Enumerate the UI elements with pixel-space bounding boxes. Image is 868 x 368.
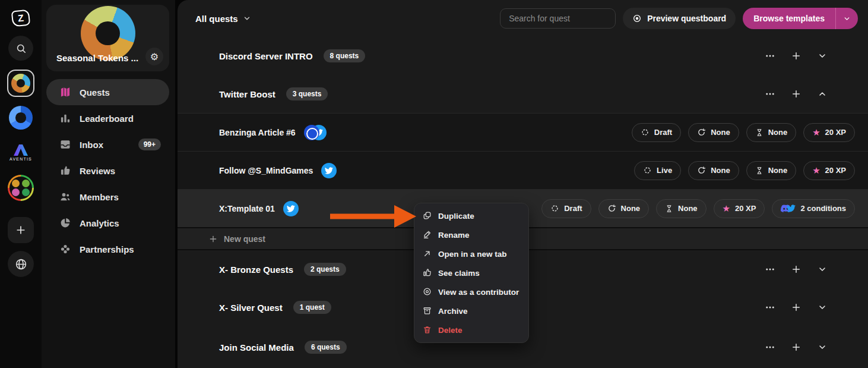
xp-badge[interactable]: ★ 20 XP xyxy=(714,199,765,218)
menu-item-duplicate[interactable]: Duplicate xyxy=(414,206,528,225)
menu-item-label: View as a contributor xyxy=(438,288,519,297)
chevron-up-icon[interactable] xyxy=(816,87,829,100)
cooldown-badge[interactable]: None xyxy=(656,199,707,218)
community-avatar-seasons[interactable] xyxy=(8,175,34,201)
recurrence-badge[interactable]: None xyxy=(688,161,739,180)
cooldown-badge[interactable]: None xyxy=(746,123,797,142)
quest-count-badge: 3 quests xyxy=(286,87,328,100)
add-quest-button[interactable] xyxy=(790,87,803,100)
xp-badge[interactable]: ★ 20 XP xyxy=(803,161,855,180)
hourglass-icon xyxy=(755,166,764,175)
rail-search-button[interactable] xyxy=(8,36,33,61)
refresh-icon xyxy=(697,166,706,175)
more-actions-button[interactable] xyxy=(764,341,777,354)
chevron-down-icon[interactable] xyxy=(816,49,829,62)
sidebar-item-analytics[interactable]: Analytics xyxy=(46,210,169,236)
menu-item-label: Delete xyxy=(438,326,462,335)
leaf-icon xyxy=(22,180,30,187)
quest-filter-dropdown[interactable]: All quests xyxy=(195,14,251,24)
zealy-logo-letter: Z xyxy=(17,12,24,24)
recurrence-badge[interactable]: None xyxy=(688,123,739,142)
menu-item-see-claims[interactable]: See claims xyxy=(414,263,528,282)
menu-item-open-new-tab[interactable]: Open in a new tab xyxy=(414,244,528,263)
menu-item-rename[interactable]: Rename xyxy=(414,225,528,244)
zealy-logo[interactable]: Z xyxy=(11,10,31,27)
pie-chart-icon xyxy=(59,217,71,229)
sidebar-item-inbox[interactable]: Inbox 99+ xyxy=(46,131,169,158)
quest-category-row[interactable]: Discord Server INTRO 8 quests xyxy=(178,37,868,75)
sidebar-item-label: Partnerships xyxy=(80,244,134,254)
sidebar-nav: Quests Leaderboard Inbox 99+ Reviews xyxy=(46,79,169,262)
community-name: Seasonal Tokens ... xyxy=(56,53,142,63)
search-input[interactable] xyxy=(500,8,616,29)
view-icon xyxy=(423,287,432,297)
status-badge[interactable]: Live xyxy=(634,161,681,180)
status-label: Draft xyxy=(564,204,582,213)
recurrence-label: None xyxy=(711,166,730,175)
sidebar-item-partnerships[interactable]: Partnerships xyxy=(46,236,169,262)
more-actions-button[interactable] xyxy=(764,87,777,100)
menu-item-delete[interactable]: Delete xyxy=(414,320,528,339)
add-quest-button[interactable] xyxy=(790,301,803,314)
category-title: Join Social Media xyxy=(219,342,294,353)
chevron-down-icon[interactable] xyxy=(816,263,829,276)
explore-communities-button[interactable] xyxy=(8,251,34,277)
chevron-down-icon[interactable] xyxy=(816,301,829,314)
flower-icon xyxy=(12,188,20,196)
quest-title: Follow @S_MindGames xyxy=(219,166,313,175)
sidebar-item-label: Quests xyxy=(80,87,110,97)
community-avatar-seasonal-tokens-active[interactable] xyxy=(7,70,34,97)
pencil-icon xyxy=(423,230,432,240)
community-settings-button[interactable]: ⚙ xyxy=(145,48,163,65)
sidebar-item-leaderboard[interactable]: Leaderboard xyxy=(46,105,169,131)
more-actions-button[interactable] xyxy=(764,49,777,62)
sidebar-item-label: Reviews xyxy=(80,166,115,176)
quests-toolbar: All quests Preview questboard Browse tem… xyxy=(178,0,868,37)
thumbs-up-icon xyxy=(59,165,71,177)
add-community-button[interactable] xyxy=(8,217,34,243)
quest-row[interactable]: Follow @S_MindGames Live None None xyxy=(178,151,868,189)
menu-item-label: Open in a new tab xyxy=(438,250,507,259)
app-window: Z AVENTIS xyxy=(0,0,868,368)
cooldown-label: None xyxy=(768,166,788,175)
status-badge[interactable]: Draft xyxy=(632,123,681,142)
community-avatar-aventis[interactable]: AVENTIS xyxy=(7,139,35,166)
sidebar-item-quests[interactable]: Quests xyxy=(46,79,169,105)
xp-badge[interactable]: ★ 20 XP xyxy=(803,123,855,142)
add-quest-button[interactable] xyxy=(790,341,803,354)
community-header[interactable]: Seasonal Tokens ... ⚙ xyxy=(46,5,169,71)
more-actions-button[interactable] xyxy=(764,301,777,314)
menu-item-archive[interactable]: Archive xyxy=(414,301,528,320)
spinner-icon xyxy=(550,204,559,213)
quest-count-badge: 2 quests xyxy=(304,263,346,276)
quest-title: Benzinga Article #6 xyxy=(219,128,296,137)
add-quest-button[interactable] xyxy=(790,263,803,276)
preview-questboard-button[interactable]: Preview questboard xyxy=(623,8,736,29)
sun-icon xyxy=(12,180,20,187)
quest-category-row[interactable]: Twitter Boost 3 quests xyxy=(178,75,868,113)
twitter-icon xyxy=(787,204,796,213)
add-quest-button[interactable] xyxy=(790,49,803,62)
category-title: Twitter Boost xyxy=(219,89,275,99)
chevron-down-icon xyxy=(243,14,251,23)
browse-templates-button[interactable]: Browse templates xyxy=(743,8,835,29)
sidebar-item-reviews[interactable]: Reviews xyxy=(46,158,169,184)
recurrence-badge[interactable]: None xyxy=(598,199,650,218)
menu-item-view-as-contributor[interactable]: View as a contributor xyxy=(414,282,528,301)
status-badge[interactable]: Draft xyxy=(541,199,591,218)
more-actions-button[interactable] xyxy=(764,263,777,276)
quest-count-badge: 6 quests xyxy=(305,341,347,354)
search-icon xyxy=(15,43,27,54)
community-avatar-blue-swirl[interactable] xyxy=(9,106,33,130)
sidebar-item-members[interactable]: Members xyxy=(46,184,169,210)
browse-templates-dropdown-button[interactable] xyxy=(835,8,858,29)
conditions-badge[interactable]: 2 conditions xyxy=(772,199,855,218)
conditions-label: 2 conditions xyxy=(800,204,846,213)
quest-row[interactable]: Benzinga Article #6 Draft None No xyxy=(178,113,868,151)
seasonal-tokens-logo-icon xyxy=(11,74,30,93)
menu-item-label: Duplicate xyxy=(438,212,474,221)
xp-label: 20 XP xyxy=(825,128,846,137)
star-icon: ★ xyxy=(812,166,820,175)
chevron-down-icon[interactable] xyxy=(816,341,829,354)
cooldown-badge[interactable]: None xyxy=(746,161,797,180)
